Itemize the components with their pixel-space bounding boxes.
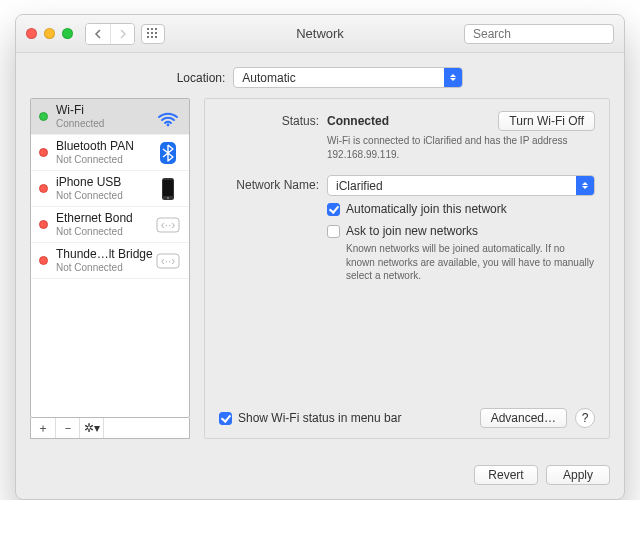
minimize-button[interactable]: [44, 28, 55, 39]
status-label: Status:: [219, 111, 327, 128]
svg-rect-2: [155, 28, 157, 30]
service-sidebar: Wi-FiConnected Bluetooth PANNot Connecte…: [30, 98, 190, 439]
svg-rect-1: [151, 28, 153, 30]
advanced-button[interactable]: Advanced…: [480, 408, 567, 428]
ask-join-row: Ask to join new networks Known networks …: [219, 224, 595, 283]
svg-rect-5: [155, 32, 157, 34]
wifi-toggle-button[interactable]: Turn Wi-Fi Off: [498, 111, 595, 131]
minus-icon: －: [62, 420, 74, 437]
network-name-row: Network Name: iClarified: [219, 175, 595, 196]
status-dot-icon: [39, 184, 48, 193]
status-value: Connected: [327, 114, 389, 128]
location-row: Location: Automatic: [30, 67, 610, 88]
checkbox-icon: [327, 225, 340, 238]
ask-join-checkbox[interactable]: Ask to join new networks: [327, 224, 595, 238]
svg-point-11: [167, 123, 170, 126]
location-select[interactable]: Automatic: [233, 67, 463, 88]
help-icon: ?: [582, 411, 589, 425]
service-item-thunderbolt-bridge[interactable]: Thunde…lt BridgeNot Connected ‹··›: [31, 243, 189, 279]
svg-rect-0: [147, 28, 149, 30]
service-name: Wi-Fi: [56, 104, 155, 118]
status-dot-icon: [39, 148, 48, 157]
service-status: Connected: [56, 118, 155, 130]
service-status: Not Connected: [56, 154, 155, 166]
service-status: Not Connected: [56, 226, 155, 238]
gear-icon: ✲▾: [84, 421, 100, 435]
svg-rect-3: [147, 32, 149, 34]
svg-rect-6: [147, 36, 149, 38]
show-menubar-label: Show Wi-Fi status in menu bar: [238, 411, 401, 425]
service-item-iphone-usb[interactable]: iPhone USBNot Connected: [31, 171, 189, 207]
forward-button[interactable]: [110, 24, 134, 44]
ask-join-label: Ask to join new networks: [346, 224, 478, 238]
checkbox-icon: [327, 203, 340, 216]
service-list-toolbar: ＋ － ✲▾: [30, 418, 190, 439]
back-button[interactable]: [86, 24, 110, 44]
status-description: Wi-Fi is connected to iClarified and has…: [327, 134, 587, 161]
service-name: Ethernet Bond: [56, 212, 155, 226]
plus-icon: ＋: [37, 420, 49, 437]
auto-join-checkbox[interactable]: Automatically join this network: [327, 202, 595, 216]
location-value: Automatic: [242, 71, 295, 85]
ask-join-description: Known networks will be joined automatica…: [346, 242, 595, 283]
revert-button[interactable]: Revert: [474, 465, 538, 485]
nav-segment: [85, 23, 135, 45]
service-name: Thunde…lt Bridge: [56, 248, 155, 262]
ethernet-icon: ‹··›: [155, 248, 181, 274]
chevron-left-icon: [94, 29, 102, 39]
chevron-right-icon: [119, 29, 127, 39]
close-button[interactable]: [26, 28, 37, 39]
service-item-bluetooth[interactable]: Bluetooth PANNot Connected: [31, 135, 189, 171]
status-dot-icon: [39, 220, 48, 229]
service-list[interactable]: Wi-FiConnected Bluetooth PANNot Connecte…: [30, 98, 190, 418]
svg-rect-4: [151, 32, 153, 34]
select-stepper-icon: [444, 68, 462, 87]
auto-join-row: Automatically join this network: [219, 202, 595, 216]
add-service-button[interactable]: ＋: [31, 418, 55, 438]
service-status: Not Connected: [56, 262, 155, 274]
prefs-window: Network Location: Automatic Wi-FiConnect…: [15, 14, 625, 500]
traffic-lights: [26, 28, 73, 39]
select-stepper-icon: [576, 176, 594, 195]
grid-icon: [147, 28, 159, 40]
window-footer: Revert Apply: [16, 455, 624, 499]
location-label: Location:: [177, 71, 226, 85]
service-item-wifi[interactable]: Wi-FiConnected: [31, 99, 189, 135]
service-name: Bluetooth PAN: [56, 140, 155, 154]
network-name-value: iClarified: [336, 179, 383, 193]
svg-text:‹··›: ‹··›: [161, 254, 176, 268]
status-dot-icon: [39, 112, 48, 121]
panel-footer: Show Wi-Fi status in menu bar Advanced… …: [219, 408, 595, 428]
titlebar: Network: [16, 15, 624, 53]
service-name: iPhone USB: [56, 176, 155, 190]
show-menubar-checkbox[interactable]: Show Wi-Fi status in menu bar: [219, 411, 401, 425]
window-body: Location: Automatic Wi-FiConnected: [16, 53, 624, 455]
service-action-menu[interactable]: ✲▾: [79, 418, 103, 438]
svg-rect-7: [151, 36, 153, 38]
service-status: Not Connected: [56, 190, 155, 202]
status-dot-icon: [39, 256, 48, 265]
status-row: Status: Connected Turn Wi-Fi Off Wi-Fi i…: [219, 111, 595, 161]
apply-button[interactable]: Apply: [546, 465, 610, 485]
ethernet-icon: ‹··›: [155, 212, 181, 238]
show-all-button[interactable]: [141, 24, 165, 44]
service-item-ethernet-bond[interactable]: Ethernet BondNot Connected ‹··›: [31, 207, 189, 243]
svg-rect-8: [155, 36, 157, 38]
svg-rect-14: [163, 180, 173, 196]
search-input[interactable]: [471, 26, 625, 42]
auto-join-label: Automatically join this network: [346, 202, 507, 216]
checkbox-icon: [219, 412, 232, 425]
svg-point-15: [167, 197, 169, 199]
svg-text:‹··›: ‹··›: [161, 218, 176, 232]
phone-icon: [155, 176, 181, 202]
search-field[interactable]: [464, 24, 614, 44]
bluetooth-icon: [155, 140, 181, 166]
network-name-label: Network Name:: [219, 175, 327, 192]
wifi-icon: [155, 104, 181, 130]
remove-service-button[interactable]: －: [55, 418, 79, 438]
detail-panel: Status: Connected Turn Wi-Fi Off Wi-Fi i…: [204, 98, 610, 439]
network-name-select[interactable]: iClarified: [327, 175, 595, 196]
help-button[interactable]: ?: [575, 408, 595, 428]
zoom-button[interactable]: [62, 28, 73, 39]
